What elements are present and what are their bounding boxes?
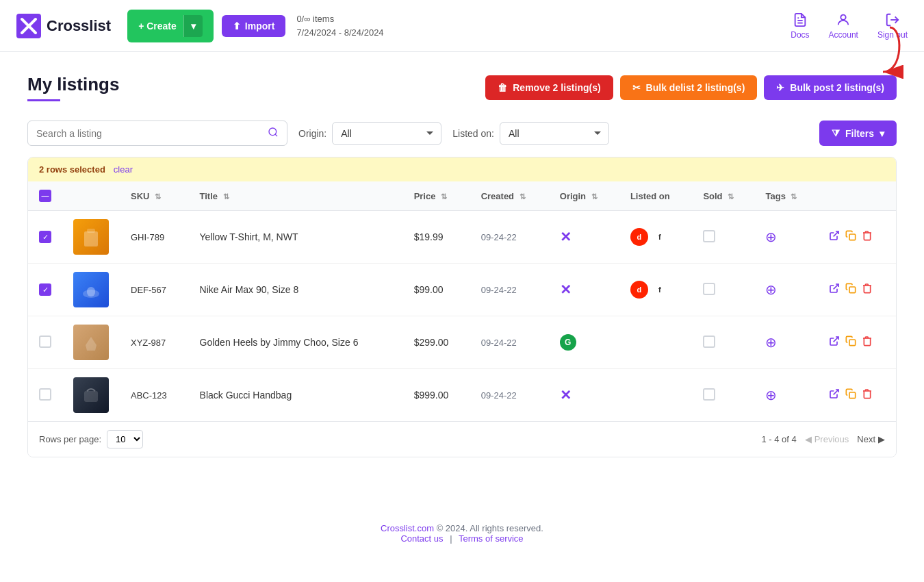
delete-listing-button[interactable] [862, 388, 873, 402]
row-listed-on: df [619, 264, 693, 316]
sold-checkbox[interactable] [703, 283, 715, 295]
add-tag-button[interactable]: ⊕ [765, 335, 777, 350]
delist-icon: ✂ [632, 82, 641, 93]
previous-page-button[interactable]: ◀ Previous [805, 434, 849, 444]
svg-rect-11 [849, 234, 856, 240]
row-actions-cell [818, 369, 896, 422]
row-tags-cell[interactable]: ⊕ [754, 369, 818, 422]
grailed-origin-icon: G [560, 334, 576, 351]
svg-point-6 [269, 128, 277, 136]
listed-on-select[interactable]: All [500, 122, 609, 145]
header-right: Docs Account Sign out [791, 12, 908, 40]
svg-rect-18 [84, 391, 98, 402]
footer-line1: Crosslist.com © 2024. All rights reserve… [16, 523, 908, 533]
crosslist-origin-icon: ✕ [560, 388, 572, 403]
add-tag-button[interactable]: ⊕ [765, 388, 777, 403]
row-actions-cell [818, 316, 896, 369]
logo[interactable]: Crosslist [16, 14, 111, 38]
search-input[interactable] [36, 128, 262, 139]
row-checkbox[interactable] [39, 336, 51, 348]
site-link[interactable]: Crosslist.com [381, 523, 434, 533]
row-tags-cell[interactable]: ⊕ [754, 211, 818, 264]
row-checkbox[interactable] [39, 283, 51, 296]
product-thumbnail [73, 325, 109, 360]
row-price: $19.99 [403, 211, 470, 264]
add-tag-button[interactable]: ⊕ [765, 282, 777, 297]
row-checkbox[interactable] [39, 388, 51, 401]
sku-sort-icon: ⇅ [155, 192, 161, 201]
account-icon [836, 12, 851, 27]
row-price: $299.00 [403, 316, 470, 369]
th-price[interactable]: Price ⇅ [403, 181, 470, 211]
account-nav-item[interactable]: Account [829, 12, 858, 40]
row-checkbox[interactable] [39, 231, 51, 243]
sold-checkbox[interactable] [703, 336, 715, 348]
table-row: ABC-123Black Gucci Handbag$999.0009-24-2… [28, 369, 896, 422]
bulk-post-button[interactable]: ✈ Bulk post 2 listing(s) [764, 75, 897, 100]
row-sold-checkbox-cell[interactable] [692, 264, 754, 316]
page-title-row: My listings 🗑 Remove 2 listing(s) ✂ Bulk… [27, 74, 897, 101]
remove-listings-button[interactable]: 🗑 Remove 2 listing(s) [485, 75, 613, 100]
account-label: Account [829, 30, 858, 40]
bulk-post-label: Bulk post 2 listing(s) [790, 82, 884, 93]
open-listing-button[interactable] [829, 388, 840, 402]
selection-count: 2 rows selected [39, 164, 105, 175]
bulk-delist-button[interactable]: ✂ Bulk delist 2 listing(s) [620, 75, 758, 100]
search-box[interactable] [27, 121, 287, 146]
row-checkbox-cell[interactable] [28, 369, 62, 422]
stats-dates: 7/24/2024 - 8/24/2024 [296, 26, 383, 40]
th-created[interactable]: Created ⇅ [470, 181, 549, 211]
docs-nav-item[interactable]: Docs [791, 12, 809, 40]
rows-per-page-select[interactable]: 10 25 50 [107, 430, 143, 448]
open-listing-button[interactable] [829, 230, 840, 244]
row-sold-checkbox-cell[interactable] [692, 369, 754, 422]
filters-button[interactable]: ⧩ Filters ▾ [819, 121, 897, 146]
row-thumbnail-cell [62, 211, 120, 264]
th-tags[interactable]: Tags ⇅ [754, 181, 818, 211]
svg-rect-15 [849, 287, 856, 293]
row-tags-cell[interactable]: ⊕ [754, 316, 818, 369]
copy-listing-button[interactable] [845, 336, 856, 349]
row-sku: ABC-123 [120, 369, 189, 422]
delete-listing-button[interactable] [862, 283, 873, 296]
clear-selection-link[interactable]: clear [114, 164, 133, 175]
header-stats: 0/∞ items 7/24/2024 - 8/24/2024 [296, 12, 383, 39]
sold-checkbox[interactable] [703, 230, 715, 242]
row-checkbox-cell[interactable] [28, 316, 62, 369]
logo-icon [16, 14, 41, 38]
next-page-button[interactable]: Next ▶ [857, 434, 885, 444]
row-tags-cell[interactable]: ⊕ [754, 264, 818, 316]
th-sold[interactable]: Sold ⇅ [692, 181, 754, 211]
create-button[interactable]: + Create ▾ [127, 10, 214, 42]
svg-line-7 [275, 134, 277, 136]
trash-icon: 🗑 [498, 82, 507, 93]
sold-checkbox[interactable] [703, 388, 715, 401]
signout-icon [885, 12, 900, 27]
copy-listing-button[interactable] [845, 388, 856, 402]
row-origin: ✕ [549, 211, 619, 264]
open-listing-button[interactable] [829, 336, 840, 349]
bulk-actions: 🗑 Remove 2 listing(s) ✂ Bulk delist 2 li… [485, 75, 897, 100]
create-dropdown-arrow[interactable]: ▾ [183, 15, 203, 37]
copy-listing-button[interactable] [845, 230, 856, 244]
th-select-all[interactable] [28, 181, 62, 211]
delete-listing-button[interactable] [862, 230, 873, 244]
open-listing-button[interactable] [829, 283, 840, 296]
delete-listing-button[interactable] [862, 336, 873, 349]
copy-listing-button[interactable] [845, 283, 856, 296]
sold-sort-icon: ⇅ [728, 192, 734, 201]
import-button[interactable]: ⬆ Import [222, 15, 286, 37]
row-sold-checkbox-cell[interactable] [692, 211, 754, 264]
row-checkbox-cell[interactable] [28, 211, 62, 264]
th-origin[interactable]: Origin ⇅ [549, 181, 619, 211]
row-checkbox-cell[interactable] [28, 264, 62, 316]
add-tag-button[interactable]: ⊕ [765, 229, 777, 244]
th-title[interactable]: Title ⇅ [189, 181, 403, 211]
th-sku[interactable]: SKU ⇅ [120, 181, 189, 211]
row-sold-checkbox-cell[interactable] [692, 316, 754, 369]
signout-nav-item[interactable]: Sign out [877, 12, 908, 40]
origin-select[interactable]: All [332, 122, 441, 145]
contact-link[interactable]: Contact us [400, 533, 443, 544]
terms-link[interactable]: Terms of service [459, 533, 524, 544]
select-all-checkbox[interactable] [39, 190, 51, 202]
